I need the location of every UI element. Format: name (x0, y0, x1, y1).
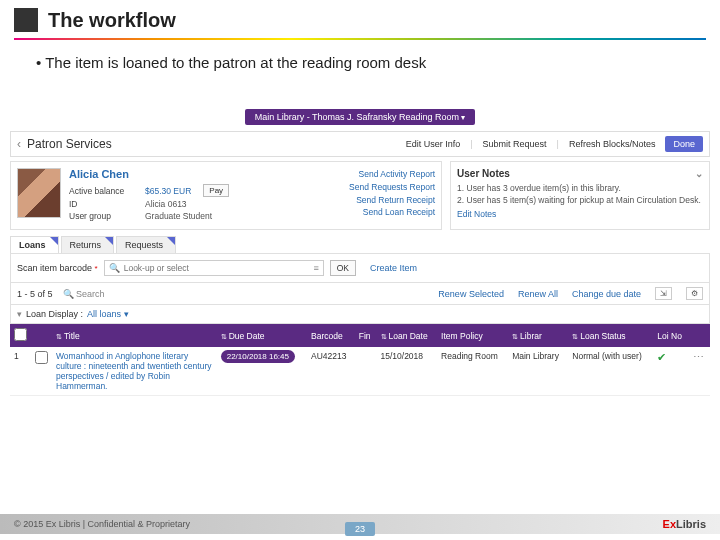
tab-row: Loans Returns Requests (10, 236, 710, 253)
filter-icon[interactable]: ▾ (17, 309, 22, 319)
id-value: Alicia 0613 (145, 199, 187, 209)
tab-requests-label: Requests (125, 240, 163, 250)
scan-row: Scan item barcode * 🔍 ≡ OK Create Item (10, 253, 710, 283)
page-number: 23 (345, 522, 375, 536)
group-value: Graduate Student (145, 211, 212, 221)
scan-input-wrap[interactable]: 🔍 ≡ (104, 260, 324, 276)
footer-copyright: © 2015 Ex Libris | Confidential & Propri… (14, 519, 190, 529)
user-name-link[interactable]: Alicia Chen (69, 168, 341, 180)
slide-bullet: The item is loaned to the patron at the … (0, 40, 720, 71)
change-due-date-link[interactable]: Change due date (572, 289, 641, 299)
patron-services-title: Patron Services (27, 137, 112, 151)
row-loan-status: Normal (with user) (568, 347, 653, 396)
scan-label: Scan item barcode (17, 263, 92, 273)
row-loan-date: 15/10/2018 (377, 347, 438, 396)
create-item-link[interactable]: Create Item (370, 263, 417, 273)
loans-table: Title Due Date Barcode Fin Loan Date Ite… (10, 324, 710, 396)
list-icon[interactable]: ≡ (313, 263, 318, 273)
user-panel: Alicia Chen Active balance $65.30 EUR Pa… (10, 161, 442, 230)
col-fine[interactable]: Fin (355, 324, 377, 347)
app-screenshot: Main Library - Thomas J. Safransky Readi… (10, 109, 710, 396)
col-library[interactable]: Librar (508, 324, 568, 347)
list-controls: 1 - 5 of 5 🔍 Search Renew Selected Renew… (10, 283, 710, 305)
edit-user-info-link[interactable]: Edit User Info (406, 139, 461, 149)
exlibris-logo: ExLibris (663, 518, 706, 530)
row-title-link[interactable]: Womanhood in Anglophone literary culture… (52, 347, 217, 396)
col-item-policy[interactable]: Item Policy (437, 324, 508, 347)
balance-label: Active balance (69, 186, 133, 196)
col-due-date[interactable]: Due Date (217, 324, 307, 347)
slide-title: The workflow (48, 9, 176, 32)
row-due-date[interactable]: 22/10/2018 16:45 (221, 350, 295, 363)
row-barcode: AU42213 (307, 347, 355, 396)
ok-button[interactable]: OK (330, 260, 356, 276)
col-loan-notes[interactable]: Loi No (653, 324, 689, 347)
tab-returns[interactable]: Returns (61, 236, 115, 253)
scan-barcode-input[interactable] (124, 263, 310, 273)
balance-value[interactable]: $65.30 EUR (145, 186, 191, 196)
group-label: User group (69, 211, 133, 221)
send-requests-report-link[interactable]: Send Requests Report (349, 181, 435, 194)
loan-display-label: Loan Display : (26, 309, 83, 319)
title-accent-block (14, 8, 38, 32)
select-all-checkbox[interactable] (14, 328, 27, 341)
col-title[interactable]: Title (52, 324, 217, 347)
renew-all-link[interactable]: Renew All (518, 289, 558, 299)
patron-services-bar: ‹ Patron Services Edit User Info | Submi… (10, 131, 710, 157)
loan-display-filter: ▾ Loan Display : All loans ▾ (10, 305, 710, 324)
user-note-2: 2. User has 5 item(s) waiting for pickup… (457, 195, 703, 205)
result-count: 1 - 5 of 5 (17, 289, 53, 299)
renew-selected-link[interactable]: Renew Selected (438, 289, 504, 299)
row-index: 1 (10, 347, 31, 396)
loan-display-value[interactable]: All loans ▾ (87, 309, 129, 319)
row-item-policy: Reading Room (437, 347, 508, 396)
pay-button[interactable]: Pay (203, 184, 229, 197)
tab-loans[interactable]: Loans (10, 236, 59, 253)
settings-icon[interactable]: ⚙ (686, 287, 703, 300)
id-label: ID (69, 199, 133, 209)
row-actions-menu[interactable]: ⋯ (693, 351, 704, 363)
tab-requests[interactable]: Requests (116, 236, 176, 253)
user-notes-title: User Notes (457, 168, 510, 179)
col-loan-status[interactable]: Loan Status (568, 324, 653, 347)
check-icon: ✔ (657, 351, 666, 363)
collapse-icon[interactable]: ⌄ (695, 168, 703, 179)
back-chevron-icon[interactable]: ‹ (17, 137, 21, 151)
col-barcode[interactable]: Barcode (307, 324, 355, 347)
location-dropdown[interactable]: Main Library - Thomas J. Safransky Readi… (245, 109, 476, 125)
user-note-1: 1. User has 3 overdue item(s) in this li… (457, 183, 703, 193)
user-notes-panel: User Notes ⌄ 1. User has 3 overdue item(… (450, 161, 710, 230)
tab-loans-label: Loans (19, 240, 46, 250)
row-library: Main Library (508, 347, 568, 396)
edit-notes-link[interactable]: Edit Notes (457, 209, 703, 219)
user-avatar (17, 168, 61, 218)
search-icon: 🔍 (109, 263, 120, 273)
tab-returns-label: Returns (70, 240, 102, 250)
table-row: 1 Womanhood in Anglophone literary cultu… (10, 347, 710, 396)
row-checkbox[interactable] (35, 351, 48, 364)
col-loan-date[interactable]: Loan Date (377, 324, 438, 347)
send-return-receipt-link[interactable]: Send Return Receipt (349, 194, 435, 207)
refresh-blocks-link[interactable]: Refresh Blocks/Notes (569, 139, 656, 149)
send-activity-report-link[interactable]: Send Activity Report (349, 168, 435, 181)
send-loan-receipt-link[interactable]: Send Loan Receipt (349, 206, 435, 219)
done-button[interactable]: Done (665, 136, 703, 152)
export-icon[interactable]: ⇲ (655, 287, 672, 300)
submit-request-link[interactable]: Submit Request (483, 139, 547, 149)
search-toggle-icon[interactable]: 🔍 Search (63, 289, 105, 299)
